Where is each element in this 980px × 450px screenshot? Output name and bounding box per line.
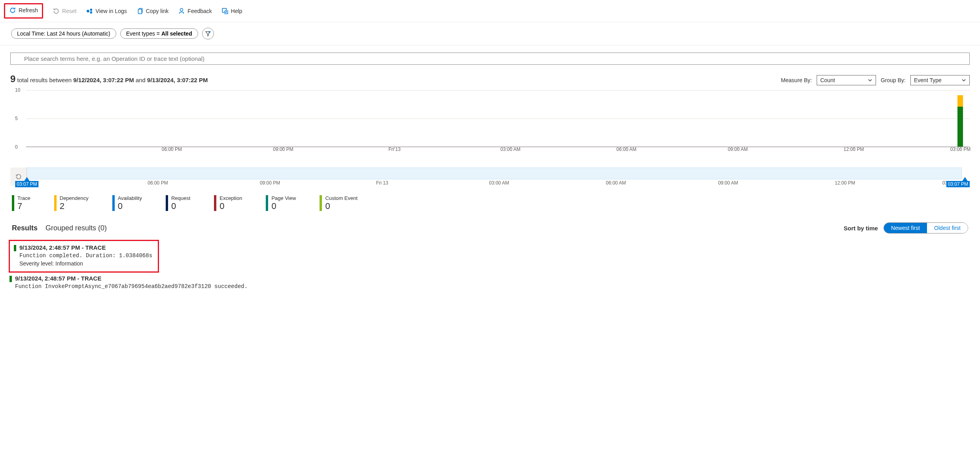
brush-x-tick: 06:00 PM <box>148 180 168 186</box>
legend-value: 0 <box>171 201 190 211</box>
summary-t2: and <box>134 77 147 83</box>
result-severity: Severity level: Information <box>19 260 154 267</box>
search-input[interactable] <box>10 53 970 65</box>
refresh-button[interactable]: Refresh <box>9 7 38 14</box>
measure-by-label: Measure By: <box>781 77 812 83</box>
svg-rect-3 <box>138 9 142 13</box>
sort-segment: Newest first Oldest first <box>884 222 968 233</box>
event-types-prefix: Event types = <box>126 30 161 37</box>
legend-value: 0 <box>219 201 242 211</box>
legend-value: 0 <box>325 201 358 211</box>
view-logs-button[interactable]: View in Logs <box>86 8 127 15</box>
help-button[interactable]: Help <box>221 8 242 15</box>
refresh-highlight: Refresh <box>4 3 43 19</box>
reset-button: Reset <box>53 8 77 15</box>
refresh-label: Refresh <box>19 7 38 13</box>
sort-controls: Sort by time Newest first Oldest first <box>844 222 968 233</box>
timeline-chart[interactable]: 06:00 PM09:00 PMFri 1303:00 AM06:00 AM09… <box>10 90 970 153</box>
legend-stripe <box>320 195 322 211</box>
legend-label: Request <box>171 195 190 201</box>
feedback-icon <box>178 8 185 15</box>
brush-x-tick: 12:00 PM <box>835 180 855 186</box>
y-tick: 5 <box>15 116 18 121</box>
summary-text: 9 total results between 9/12/2024, 3:07:… <box>10 73 208 85</box>
feedback-button[interactable]: Feedback <box>178 8 212 15</box>
sort-label: Sort by time <box>844 225 878 232</box>
bar-dependency[interactable] <box>957 95 963 107</box>
legend: Trace7Dependency2Availability0Request0Ex… <box>0 191 980 216</box>
filter-bar: Local Time: Last 24 hours (Automatic) Ev… <box>0 22 980 45</box>
view-logs-label: View in Logs <box>96 8 127 14</box>
legend-stripe <box>266 195 268 211</box>
chevron-down-icon <box>868 78 872 83</box>
legend-stripe <box>54 195 57 211</box>
search-container <box>0 45 980 66</box>
brush-x-tick: 09:00 AM <box>718 180 738 186</box>
brush-x-tick: 09:00 PM <box>260 180 280 186</box>
legend-item-custom-event[interactable]: Custom Event0 <box>320 195 358 211</box>
y-tick: 0 <box>15 144 18 150</box>
result-head: 9/13/2024, 2:48:57 PM - TRACE <box>19 244 154 251</box>
reset-label: Reset <box>62 8 77 14</box>
legend-label: Availability <box>118 195 142 201</box>
result-item[interactable]: 9/13/2024, 2:48:57 PM - TRACE Function c… <box>14 244 154 267</box>
copy-link-button[interactable]: Copy link <box>136 8 169 15</box>
brush-track[interactable] <box>27 168 962 179</box>
feedback-label: Feedback <box>187 8 212 14</box>
measure-by-select[interactable]: Count <box>817 75 876 85</box>
svg-point-2 <box>90 11 92 13</box>
legend-stripe <box>12 195 14 211</box>
legend-label: Custom Event <box>325 195 358 201</box>
legend-item-trace[interactable]: Trace7 <box>12 195 30 211</box>
legend-item-exception[interactable]: Exception0 <box>214 195 242 211</box>
sort-newest-button[interactable]: Newest first <box>884 223 927 233</box>
result-item[interactable]: 9/13/2024, 2:48:57 PM - TRACE Function I… <box>9 275 980 290</box>
summary-bar: 9 total results between 9/12/2024, 3:07:… <box>0 66 980 88</box>
sort-oldest-button[interactable]: Oldest first <box>927 223 968 233</box>
brush-label-end: 03:07 PM <box>946 181 970 187</box>
legend-stripe <box>214 195 216 211</box>
logs-icon <box>86 8 93 15</box>
legend-item-page-view[interactable]: Page View0 <box>266 195 296 211</box>
legend-item-request[interactable]: Request0 <box>166 195 190 211</box>
legend-value: 7 <box>17 201 30 211</box>
add-filter-button[interactable] <box>202 28 214 40</box>
result-highlight: 9/13/2024, 2:48:57 PM - TRACE Function c… <box>9 240 159 273</box>
undo-icon <box>53 8 60 15</box>
svg-point-4 <box>180 8 183 11</box>
legend-label: Dependency <box>60 195 89 201</box>
legend-stripe <box>166 195 168 211</box>
toolbar: Refresh Reset View in Logs Copy link Fee… <box>0 0 980 22</box>
legend-item-dependency[interactable]: Dependency2 <box>54 195 89 211</box>
legend-label: Exception <box>219 195 242 201</box>
bar-trace[interactable] <box>957 107 963 147</box>
svg-point-1 <box>90 8 92 11</box>
brush-label-start: 03:07 PM <box>15 181 38 187</box>
brush-x-tick: 03:00 AM <box>489 180 509 186</box>
chart-zone: 06:00 PM09:00 PMFri 1303:00 AM06:00 AM09… <box>0 88 980 156</box>
time-range-pill[interactable]: Local Time: Last 24 hours (Automatic) <box>11 28 116 39</box>
tab-grouped[interactable]: Grouped results (0) <box>45 224 107 232</box>
measure-by-value: Count <box>820 77 835 83</box>
group-by-select[interactable]: Event Type <box>910 75 970 85</box>
legend-value: 0 <box>271 201 296 211</box>
results-tabs-row: Results Grouped results (0) Sort by time… <box>0 216 980 237</box>
result-message: Function InvokePromptAsync_e7067ab796954… <box>15 283 980 290</box>
results-tabs: Results Grouped results (0) <box>12 224 107 232</box>
severity-stripe <box>9 276 12 282</box>
legend-item-availability[interactable]: Availability0 <box>112 195 142 211</box>
tab-results[interactable]: Results <box>12 224 38 232</box>
severity-stripe <box>14 245 16 251</box>
time-brush[interactable]: 06:00 PM09:00 PMFri 1303:00 AM06:00 AM09… <box>10 168 970 187</box>
time-range-text: Local Time: Last 24 hours (Automatic) <box>17 30 110 37</box>
total-count: 9 <box>10 73 15 84</box>
help-label: Help <box>231 8 242 14</box>
group-by-value: Event Type <box>914 77 942 83</box>
legend-label: Trace <box>17 195 30 201</box>
summary-from: 9/12/2024, 3:07:22 PM <box>73 77 134 83</box>
help-icon <box>221 8 229 15</box>
filter-add-icon <box>205 30 211 37</box>
event-types-pill[interactable]: Event types = All selected <box>120 28 198 39</box>
brush-x-tick: 06:00 AM <box>606 180 626 186</box>
result-message: Function completed. Duration: 1.0384068s <box>19 252 154 259</box>
